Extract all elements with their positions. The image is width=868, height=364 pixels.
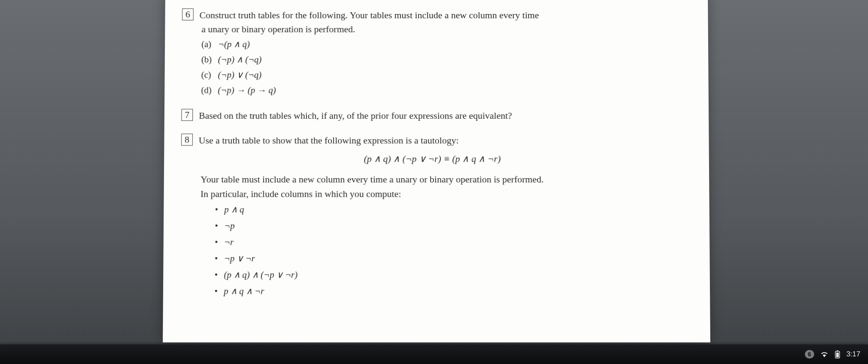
item-c: (c) (¬p) ∨ (¬q)	[201, 67, 683, 82]
item-a: (a) ¬(p ∧ q)	[201, 36, 683, 52]
bullet-2: ¬p	[215, 218, 684, 234]
problem-number-7: 7	[181, 109, 193, 121]
notification-badge[interactable]: 6	[805, 350, 814, 358]
bullet-3: ¬r	[214, 234, 684, 250]
problem-6-prompt-line1: Construct truth tables for the following…	[200, 10, 539, 20]
problem-6-items: (a) ¬(p ∧ q) (b) (¬p) ∧ (¬q) (c) (¬p) ∨ …	[201, 36, 683, 98]
item-d-expression: (¬p) → (p → q)	[218, 85, 276, 95]
svg-rect-1	[837, 350, 838, 351]
bullet-5: (p ∧ q) ∧ (¬p ∨ ¬r)	[214, 266, 684, 283]
item-b: (b) (¬p) ∧ (¬q)	[201, 52, 683, 67]
problem-8-bullets: p ∧ q ¬p ¬r ¬p ∨ ¬r (p ∧ q) ∧ (¬p ∨ ¬r) …	[214, 201, 684, 299]
item-d: (d) (¬p) → (p → q)	[201, 82, 683, 98]
battery-icon[interactable]	[835, 350, 840, 358]
bullet-6: p ∧ q ∧ ¬r	[214, 283, 684, 300]
problem-8-prompt: Use a truth table to show that the follo…	[199, 135, 459, 146]
problem-number-6: 6	[182, 8, 194, 20]
problem-7: 7 Based on the truth tables which, if an…	[181, 109, 683, 123]
item-b-label: (b)	[201, 52, 216, 67]
clock[interactable]: 3:17	[846, 350, 860, 358]
desktop-background: 6 Construct truth tables for the followi…	[0, 0, 868, 364]
item-d-label: (d)	[201, 82, 215, 98]
item-a-expression: ¬(p ∧ q)	[218, 39, 250, 49]
bullet-1: p ∧ q	[215, 201, 684, 217]
bullet-4: ¬p ∨ ¬r	[214, 250, 684, 267]
problem-6: 6 Construct truth tables for the followi…	[181, 8, 683, 98]
problem-8-formula: (p ∧ q) ∧ (¬p ∨ ¬r) ≡ (p ∧ q ∧ ¬r)	[181, 153, 683, 164]
problem-number-8: 8	[181, 134, 193, 146]
taskbar[interactable]: 6 3:17	[0, 344, 868, 364]
item-c-label: (c)	[201, 67, 216, 82]
problem-8: 8 Use a truth table to show that the fol…	[180, 134, 684, 299]
problem-8-note-line1: Your table must include a new column eve…	[200, 172, 684, 187]
wifi-icon[interactable]	[820, 351, 829, 358]
problem-6-prompt-line2: a unary or binary operation is performed…	[201, 22, 682, 36]
item-b-expression: (¬p) ∧ (¬q)	[218, 54, 262, 64]
item-c-expression: (¬p) ∨ (¬q)	[218, 70, 262, 80]
svg-rect-2	[836, 353, 839, 357]
item-a-label: (a)	[201, 36, 216, 52]
problem-7-prompt: Based on the truth tables which, if any,…	[199, 110, 512, 121]
problem-8-note-line2: In particular, include columns in which …	[200, 187, 684, 201]
document-page: 6 Construct truth tables for the followi…	[163, 0, 710, 342]
